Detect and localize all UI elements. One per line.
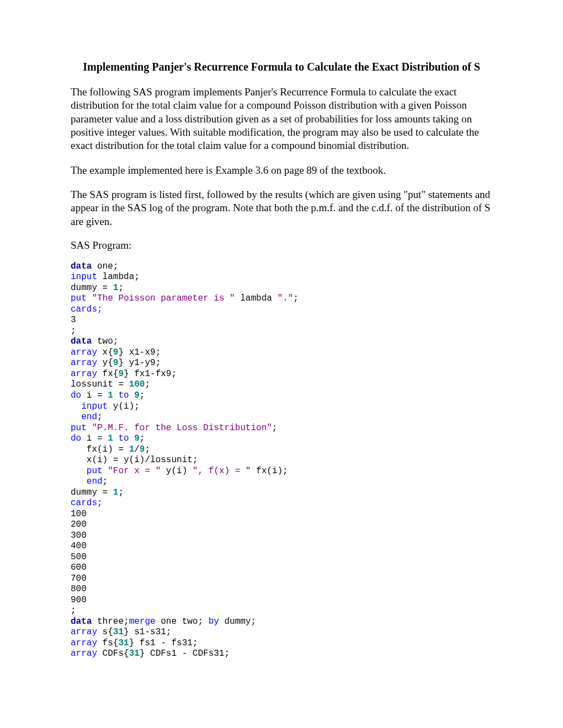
document-page: Implementing Panjer's Recurrence Formula… [0,0,563,693]
code-token: array [71,627,97,637]
code-token: put [71,293,92,303]
code-token: 400 [71,541,87,551]
code-token: put [71,466,108,476]
code-token: ; [140,433,145,443]
code-token: array [71,649,97,659]
code-token: ; [71,606,76,615]
code-token: ; [71,326,76,336]
code-token: array [71,369,97,379]
code-token: input [71,272,97,282]
code-token: input [71,402,108,411]
code-token: lambda; [97,272,140,282]
code-token: three; [92,617,129,627]
code-token: ; [118,283,124,293]
code-token: x{ [97,347,113,357]
code-token: x(i) = y(i)/lossunit; [71,455,198,465]
code-token: ", f(x) = " [193,466,251,476]
code-token: one; [92,261,118,271]
code-token: CDFs{ [97,649,129,659]
code-token: 100 [129,379,145,389]
code-token: cards; [71,498,103,508]
code-token: by [209,617,219,627]
code-token: 600 [71,563,87,572]
code-token: y(i) [161,466,193,476]
code-token: ; [272,423,278,433]
code-token: cards; [71,304,103,314]
code-token: s{ [97,627,113,637]
code-token: "The Poisson parameter is " [92,293,235,303]
code-token: 1 [129,445,135,454]
code-token: ; [145,445,150,454]
code-token: 200 [71,520,87,529]
code-token: to [113,390,134,400]
code-token: merge [129,617,156,627]
code-token: dummy = [71,283,113,293]
code-token: 31 [118,638,129,648]
code-token: 31 [129,649,140,659]
page-title: Implementing Panjer's Recurrence Formula… [71,61,492,73]
code-token: } s1-s31; [124,627,171,637]
code-token: end [71,477,103,486]
sas-program-label: SAS Program: [71,239,492,251]
paragraph-2: The example implemented here is Example … [71,164,492,177]
code-token: 900 [71,595,87,605]
code-token: to [113,433,134,443]
code-token: 1 [108,433,113,443]
paragraph-3: The SAS program is listed first, followe… [71,188,492,228]
paragraph-1: The following SAS program implements Pan… [71,85,492,153]
code-token: 1 [113,488,119,497]
code-token: } fx1-fx9; [124,369,177,379]
code-token: fx{ [97,369,118,379]
code-token: } x1-x9; [118,347,161,357]
code-token: 9 [113,358,119,368]
code-token: 9 [113,347,119,357]
code-token: 9 [140,445,145,454]
code-token: y{ [97,358,113,368]
code-token: ; [97,412,103,422]
code-token: i = [81,433,108,443]
code-token: "P.M.F. for the Loss Distribution" [92,423,272,433]
code-token: do [71,390,81,400]
code-token: do [71,433,81,443]
code-token: ; [293,293,299,303]
code-token: 9 [134,433,140,443]
code-token: 1 [113,283,119,293]
code-token: one two; [156,617,209,627]
code-token: } fs1 - fs31; [129,638,198,648]
code-token: data [71,261,92,271]
code-token: ; [140,390,145,400]
code-token: data [71,617,92,627]
code-token: two; [92,336,118,346]
code-token: array [71,638,97,648]
code-token: / [134,445,140,454]
code-token: 500 [71,552,87,562]
code-token: 1 [108,390,113,400]
code-token: fx(i) = [71,445,129,454]
code-token: lossunit = [71,379,129,389]
code-token: i = [81,390,108,400]
code-token: y(i); [108,402,140,411]
code-token: array [71,358,97,368]
code-token: 700 [71,574,87,584]
code-token: 800 [71,584,87,594]
code-token: 31 [113,627,124,637]
code-token: 300 [71,531,87,540]
code-token: "For x = " [108,466,161,476]
code-token: 9 [134,390,140,400]
code-token: } CDFs1 - CDFs31; [140,649,230,659]
code-token: array [71,347,97,357]
code-token: fx(i); [251,466,288,476]
code-token: ; [145,379,150,389]
code-token: data [71,336,92,346]
code-token: ; [103,477,108,486]
code-token: 100 [71,509,87,519]
code-token: dummy; [219,617,256,627]
code-token: } y1-y9; [118,358,161,368]
code-token: fs{ [97,638,118,648]
code-token: lambda [235,293,278,303]
code-token: "." [277,293,293,303]
code-token: 9 [118,369,124,379]
code-token: dummy = [71,488,113,497]
code-token: end [71,412,97,422]
code-token: 3 [71,315,76,325]
